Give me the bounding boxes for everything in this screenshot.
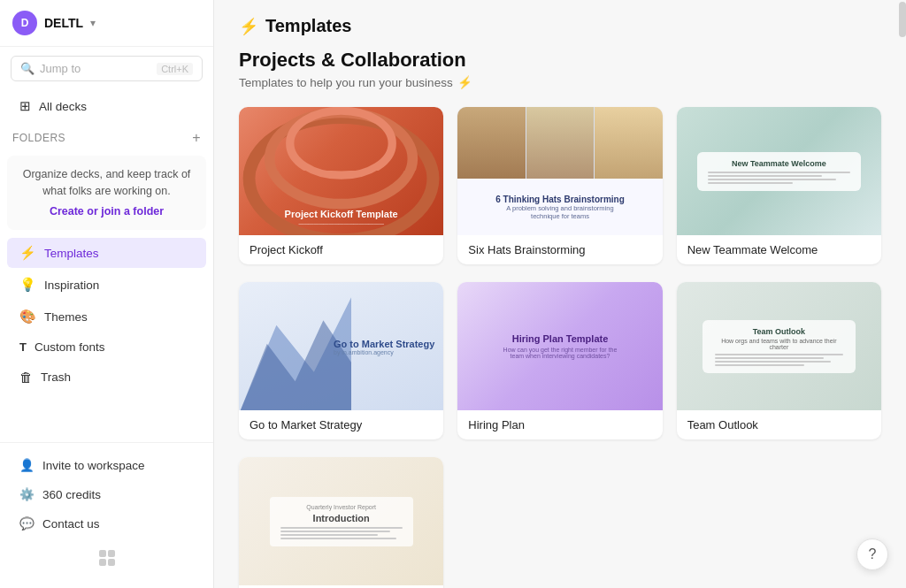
contact-icon: 💬	[19, 516, 35, 531]
team-outlook-card-inner: Team Outlook How orgs and teams with to …	[703, 320, 856, 373]
investor-thumb-title: Introduction	[280, 513, 403, 523]
template-card-project-kickoff[interactable]: Project Kickoff Template ───────────────…	[239, 107, 443, 264]
template-thumbnail-new-teammate: New Teammate Welcome	[677, 107, 881, 235]
six-hats-card-sub: A problem solving and brainstorming tech…	[498, 204, 622, 220]
sidebar-item-inspiration[interactable]: 💡 Inspiration	[7, 270, 206, 300]
folders-header: Folders +	[12, 131, 201, 145]
inspiration-icon: 💡	[19, 277, 36, 293]
team-outlook-thumb-title: Team Outlook	[715, 327, 843, 336]
invite-icon: 👤	[19, 458, 35, 472]
credits-label: 360 credits	[42, 488, 101, 501]
create-join-folder-link[interactable]: Create or join a folder	[19, 203, 194, 220]
content-area: Projects & Collaboration Templates to he…	[214, 49, 906, 588]
template-card-new-teammate[interactable]: New Teammate Welcome New Teammate Welcom…	[677, 107, 881, 264]
hiring-thumb-sub: How can you get the right member for the…	[498, 347, 622, 359]
search-placeholder: Jump to	[40, 62, 151, 75]
sidebar-custom-fonts-label: Custom fonts	[35, 340, 105, 354]
workspace-switcher[interactable]: D DELTL ▾	[12, 11, 96, 35]
themes-icon: 🎨	[19, 309, 36, 325]
contact-label: Contact us	[42, 517, 100, 531]
six-hats-card-title: 6 Thinking Hats Brainstorming	[495, 195, 625, 204]
section-title-projects: Projects & Collaboration	[239, 49, 881, 72]
investor-thumb-label: Quarterly Investor Report	[280, 504, 403, 510]
workspace-avatar: D	[12, 11, 37, 35]
page-header: ⚡ Templates	[214, 0, 906, 49]
template-thumbnail-project-kickoff: Project Kickoff Template ───────────────…	[239, 107, 443, 235]
chevron-down-icon: ▾	[90, 17, 96, 29]
templates-icon: ⚡	[19, 245, 36, 261]
trash-icon: 🗑	[19, 370, 33, 385]
template-grid-row1: Project Kickoff Template ───────────────…	[239, 107, 881, 264]
svg-rect-2	[99, 559, 106, 566]
sidebar-item-custom-fonts[interactable]: T Custom fonts	[7, 333, 206, 361]
search-bar[interactable]: 🔍 Jump to Ctrl+K	[11, 56, 203, 81]
template-card-quarterly-investor[interactable]: Quarterly Investor Report Introduction Q…	[239, 457, 443, 588]
sidebar-item-templates[interactable]: ⚡ Templates	[7, 238, 206, 268]
gtm-text: Go to Market Strategy by in.ambition.age…	[334, 338, 434, 355]
template-label-six-hats: Six Hats Brainstorming	[457, 235, 662, 264]
sidebar-item-all-decks[interactable]: ⊞ All decks	[7, 91, 206, 121]
scrollbar-track[interactable]	[899, 0, 906, 588]
folders-label: Folders	[12, 132, 65, 144]
scrollbar-thumb[interactable]	[899, 2, 906, 37]
decks-icon: ⊞	[19, 98, 31, 114]
template-thumbnail-six-hats: 6 Thinking Hats Brainstorming A problem …	[457, 107, 662, 235]
teammate-card-inner: New Teammate Welcome	[697, 152, 861, 191]
template-card-hiring[interactable]: Hiring Plan Template How can you get the…	[457, 282, 662, 439]
sidebar-item-themes[interactable]: 🎨 Themes	[7, 302, 206, 332]
template-thumbnail-investor: Quarterly Investor Report Introduction	[239, 457, 443, 585]
sidebar-inspiration-label: Inspiration	[44, 279, 99, 292]
svg-rect-1	[108, 550, 115, 557]
search-shortcut: Ctrl+K	[157, 63, 193, 75]
sidebar-item-trash[interactable]: 🗑 Trash	[7, 363, 206, 392]
template-label-gtm: Go to Market Strategy	[239, 410, 443, 439]
section-subtitle-projects: Templates to help you run your business …	[239, 75, 881, 89]
sidebar-themes-label: Themes	[44, 310, 88, 324]
credits-icon: ⚙️	[19, 487, 35, 501]
custom-fonts-icon: T	[19, 340, 27, 354]
workspace-name: DELTL	[44, 16, 83, 30]
template-card-six-hats[interactable]: 6 Thinking Hats Brainstorming A problem …	[457, 107, 662, 264]
help-button[interactable]: ?	[856, 538, 888, 570]
kickoff-thumb-sub: ─────────────────	[239, 220, 443, 228]
template-label-new-teammate: New Teammate Welcome	[677, 235, 881, 264]
main-content: ⚡ Templates Projects & Collaboration Tem…	[214, 0, 906, 588]
teammate-thumb-title: New Teammate Welcome	[708, 159, 850, 168]
sidebar-header: D DELTL ▾	[0, 0, 213, 47]
sidebar-templates-label: Templates	[44, 247, 99, 260]
page-title: Templates	[265, 16, 351, 36]
investor-card-inner: Quarterly Investor Report Introduction	[270, 497, 413, 546]
template-grid-row2: Go to Market Strategy by in.ambition.age…	[239, 282, 881, 439]
invite-workspace-button[interactable]: 👤 Invite to workspace	[7, 451, 206, 479]
investor-thumb-lines	[280, 527, 403, 539]
search-icon: 🔍	[20, 62, 35, 75]
all-decks-label: All decks	[39, 100, 87, 113]
svg-rect-3	[108, 559, 115, 566]
add-folder-button[interactable]: +	[192, 131, 201, 145]
kickoff-thumb-title: Project Kickoff Template	[239, 209, 443, 219]
sidebar: D DELTL ▾ 🔍 Jump to Ctrl+K ⊞ All decks F…	[0, 0, 214, 588]
subtitle-emoji: ⚡	[457, 75, 472, 89]
page-header-icon: ⚡	[239, 17, 258, 36]
template-thumbnail-hiring: Hiring Plan Template How can you get the…	[457, 282, 662, 410]
contact-us-button[interactable]: 💬 Contact us	[7, 509, 206, 538]
svg-rect-0	[99, 550, 106, 557]
section-projects-collaboration: Projects & Collaboration Templates to he…	[239, 49, 881, 588]
template-label-project-kickoff: Project Kickoff	[239, 235, 443, 264]
template-thumbnail-gtm: Go to Market Strategy by in.ambition.age…	[239, 282, 443, 410]
template-label-hiring: Hiring Plan	[457, 410, 662, 439]
credits-button[interactable]: ⚙️ 360 credits	[7, 480, 206, 508]
sidebar-bottom: 👤 Invite to workspace ⚙️ 360 credits 💬 C…	[0, 442, 213, 588]
invite-label: Invite to workspace	[42, 459, 145, 472]
folder-promo: Organize decks, and keep track of what f…	[7, 156, 206, 230]
teammate-thumb-lines	[708, 172, 850, 184]
template-card-gtm[interactable]: Go to Market Strategy by in.ambition.age…	[239, 282, 443, 439]
folder-promo-text: Organize decks, and keep track of what f…	[23, 168, 191, 197]
template-thumbnail-team-outlook: Team Outlook How orgs and teams with to …	[677, 282, 881, 410]
team-outlook-lines	[715, 354, 843, 366]
app-logo	[0, 538, 213, 581]
hiring-thumb-title: Hiring Plan Template	[512, 333, 609, 344]
template-label-team-outlook: Team Outlook	[677, 410, 881, 439]
template-card-team-outlook[interactable]: Team Outlook How orgs and teams with to …	[677, 282, 881, 439]
folders-section: Folders +	[0, 122, 213, 156]
